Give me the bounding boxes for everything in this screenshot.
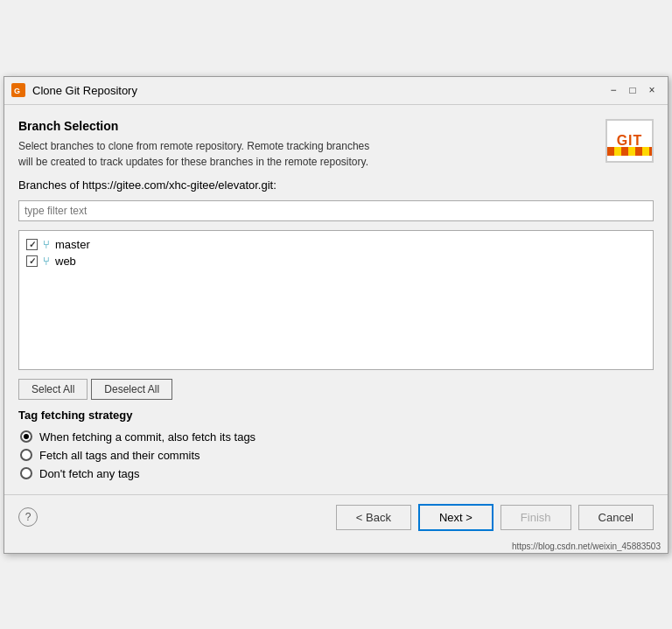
radio-outer-3: [20, 467, 32, 479]
tag-strategy-options: When fetching a commit, also fetch its t…: [18, 430, 654, 480]
radio-label-1: When fetching a commit, also fetch its t…: [39, 430, 256, 444]
next-button[interactable]: Next >: [418, 504, 494, 531]
maximize-button[interactable]: □: [624, 81, 641, 99]
title-bar: G Clone Git Repository − □ ×: [4, 77, 668, 105]
tag-strategy-title: Tag fetching strategy: [18, 409, 654, 422]
filter-input[interactable]: [18, 200, 654, 221]
header-left: Branch Selection Select branches to clon…: [18, 119, 606, 170]
section-title: Branch Selection: [18, 119, 606, 133]
branch-icon: ⑂: [43, 255, 50, 268]
deselect-all-button[interactable]: Deselect All: [91, 379, 172, 400]
minimize-button[interactable]: −: [605, 81, 622, 99]
branches-label: Branches of https://gitee.com/xhc-gitee/…: [18, 178, 654, 192]
radio-outer-2: [20, 449, 32, 461]
web-checkbox[interactable]: ✓: [26, 255, 38, 267]
dialog-content: Branch Selection Select branches to clon…: [4, 105, 668, 494]
close-button[interactable]: ×: [643, 81, 661, 99]
branch-icon: ⑂: [43, 238, 50, 251]
select-all-button[interactable]: Select All: [18, 379, 88, 400]
master-checkbox[interactable]: ✓: [26, 239, 38, 250]
selection-buttons: Select All Deselect All: [18, 379, 654, 400]
window-controls: − □ ×: [605, 81, 661, 99]
radio-item-fetch-tags[interactable]: When fetching a commit, also fetch its t…: [20, 430, 654, 444]
radio-selected-indicator: [24, 434, 29, 439]
branch-name-master: master: [55, 238, 90, 251]
git-logo: GIT: [606, 119, 654, 163]
check-icon: ✓: [29, 256, 36, 266]
finish-button[interactable]: Finish: [500, 505, 571, 530]
dialog-title: Clone Git Repository: [32, 84, 598, 97]
branch-list: ✓ ⑂ master ✓ ⑂ web: [18, 230, 654, 370]
watermark: https://blog.csdn.net/weixin_45883503: [4, 540, 668, 553]
radio-item-all-tags[interactable]: Fetch all tags and their commits: [20, 449, 654, 462]
radio-outer-1: [20, 430, 32, 443]
back-button[interactable]: < Back: [336, 505, 411, 530]
help-button[interactable]: ?: [18, 507, 38, 527]
list-item: ✓ ⑂ master: [23, 236, 649, 253]
app-icon: G: [11, 83, 25, 97]
header-section: Branch Selection Select branches to clon…: [18, 119, 654, 170]
git-logo-bar: [607, 147, 652, 156]
dialog-footer: ? < Back Next > Finish Cancel: [4, 494, 668, 540]
section-description: Select branches to clone from remote rep…: [18, 138, 606, 170]
radio-label-2: Fetch all tags and their commits: [39, 449, 200, 462]
cancel-button[interactable]: Cancel: [578, 505, 654, 530]
branch-name-web: web: [55, 255, 76, 268]
radio-item-no-tags[interactable]: Don't fetch any tags: [20, 467, 654, 480]
clone-git-dialog: G Clone Git Repository − □ × Branch Sele…: [4, 76, 668, 554]
check-icon: ✓: [29, 240, 36, 249]
list-item: ✓ ⑂ web: [23, 253, 649, 269]
svg-text:G: G: [14, 87, 20, 95]
radio-label-3: Don't fetch any tags: [39, 467, 140, 480]
